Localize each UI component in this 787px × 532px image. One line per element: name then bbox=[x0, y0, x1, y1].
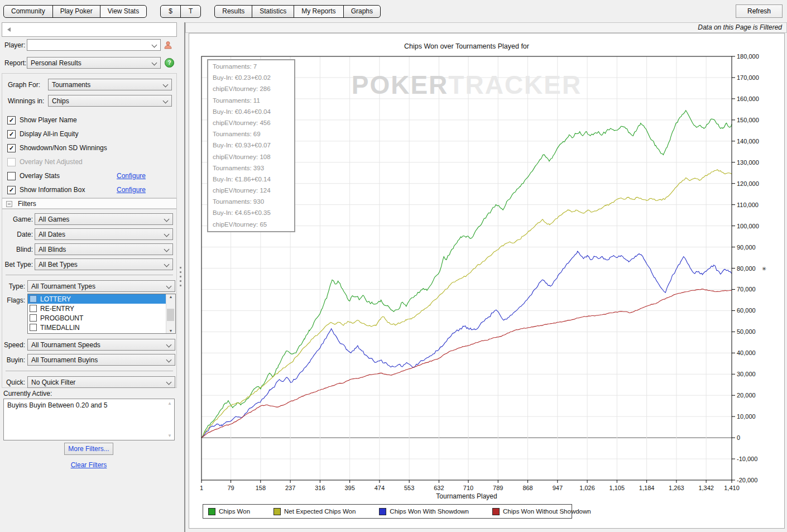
game-filter-combobox[interactable]: All Games bbox=[35, 213, 173, 225]
tab-button-graphs[interactable]: Graphs bbox=[343, 5, 381, 18]
svg-text:1,342: 1,342 bbox=[698, 485, 714, 491]
flags-scrollbar[interactable]: ▲ ▼ bbox=[166, 294, 175, 333]
scroll-down-icon[interactable]: ▼ bbox=[166, 329, 175, 333]
splitter-grip-icon[interactable] bbox=[180, 267, 181, 289]
graph-for-combobox[interactable]: Tournaments bbox=[48, 79, 172, 90]
legend-label: Chips Won Without Showdown bbox=[503, 508, 591, 515]
flag-checkbox[interactable] bbox=[30, 314, 37, 322]
svg-text:30,000: 30,000 bbox=[737, 371, 756, 377]
winnings-in-combobox[interactable]: Chips bbox=[48, 95, 172, 107]
quick-filter-value: No Quick Filter bbox=[31, 378, 75, 386]
svg-text:160,000: 160,000 bbox=[737, 95, 759, 102]
collapse-left-icon[interactable] bbox=[7, 27, 11, 32]
scrollbar-thumb[interactable] bbox=[167, 309, 174, 321]
flag-row-progbount[interactable]: PROGBOUNT bbox=[28, 313, 175, 323]
nav-button-community[interactable]: Community bbox=[3, 5, 53, 18]
currency-toggle-group: $T bbox=[160, 5, 201, 18]
flag-row-re-entry[interactable]: RE-ENTRY bbox=[28, 304, 175, 313]
player-combobox[interactable] bbox=[27, 39, 161, 51]
legend-label: Chips Won With Showdown bbox=[390, 508, 469, 515]
info-line: chipEV/tourney: 108 bbox=[213, 154, 294, 165]
configure-link[interactable]: Configure bbox=[117, 172, 146, 180]
flag-checkbox[interactable] bbox=[30, 305, 37, 312]
chevron-down-icon bbox=[163, 82, 169, 88]
checkbox-row-overlay-stats: Overlay StatsConfigure bbox=[7, 171, 172, 180]
svg-text:70,000: 70,000 bbox=[737, 286, 756, 293]
buyin-filter-combobox[interactable]: All Tournament Buyins bbox=[27, 354, 175, 366]
bet-type-filter-combobox[interactable]: All Bet Types bbox=[35, 258, 173, 270]
scroll-up-icon[interactable]: ▲ bbox=[166, 295, 175, 299]
info-line: chipEV/tourney: 124 bbox=[213, 187, 294, 198]
blind-filter-combobox[interactable]: All Blinds bbox=[35, 243, 173, 255]
svg-text:0: 0 bbox=[737, 434, 740, 441]
series-line-chips-won-without-showdown bbox=[201, 289, 732, 438]
date-filter-combobox[interactable]: All Dates bbox=[35, 228, 173, 240]
buyin-filter-value: All Tournament Buyins bbox=[31, 356, 98, 364]
tab-button-statistics[interactable]: Statistics bbox=[252, 5, 294, 18]
type-filter-combobox[interactable]: All Tournament Types bbox=[27, 280, 175, 292]
configure-link[interactable]: Configure bbox=[117, 186, 146, 194]
svg-text:110,000: 110,000 bbox=[737, 202, 759, 208]
toggle-button-[interactable]: $ bbox=[160, 5, 181, 18]
tab-button-results[interactable]: Results bbox=[214, 5, 252, 18]
speed-filter-combobox[interactable]: All Tournament Speeds bbox=[27, 339, 175, 351]
chevron-down-icon bbox=[152, 42, 157, 48]
sidebar-collapse-bar[interactable] bbox=[2, 22, 177, 37]
nav-button-play-poker[interactable]: Play Poker bbox=[52, 5, 100, 18]
clear-filters-link[interactable]: Clear Filters bbox=[71, 461, 107, 469]
toggle-button-t[interactable]: T bbox=[180, 5, 201, 18]
y-axis-labels: -20,000-10,000010,00020,00030,00040,0005… bbox=[732, 53, 759, 483]
checkbox-overlay-net-adjusted bbox=[7, 158, 16, 166]
checkbox-show-information-box[interactable]: ✓ bbox=[7, 186, 16, 194]
legend-item: Chips Won bbox=[208, 508, 250, 515]
svg-text:158: 158 bbox=[256, 485, 266, 491]
svg-text:79: 79 bbox=[227, 485, 234, 491]
flags-listbox[interactable]: LOTTERYRE-ENTRYPROGBOUNTTIMEDALLIN ▲ ▼ bbox=[27, 294, 176, 334]
svg-text:140,000: 140,000 bbox=[737, 138, 759, 145]
chevron-down-icon bbox=[164, 232, 170, 237]
date-filter-value: All Dates bbox=[39, 231, 65, 238]
svg-text:-10,000: -10,000 bbox=[737, 456, 757, 462]
checkbox-overlay-stats[interactable] bbox=[7, 172, 16, 180]
checkbox-showdown-non-sd-winnings[interactable]: ✓ bbox=[7, 144, 16, 152]
separator bbox=[6, 275, 173, 275]
collapse-minus-icon[interactable] bbox=[6, 201, 12, 207]
chevron-down-icon bbox=[166, 284, 172, 289]
speed-filter-value: All Tournament Speeds bbox=[31, 341, 100, 349]
quick-filter-combobox[interactable]: No Quick Filter bbox=[27, 376, 175, 388]
flag-checkbox[interactable] bbox=[30, 324, 37, 331]
report-value: Personal Results bbox=[31, 59, 81, 67]
svg-text:395: 395 bbox=[344, 485, 354, 491]
refresh-button[interactable]: Refresh bbox=[736, 4, 783, 18]
checkbox-row-showdown-non-sd-winnings: ✓Showdown/Non SD Winnings bbox=[7, 143, 172, 152]
y-marker-icon: ✳ bbox=[762, 266, 766, 272]
flag-row-timedallin[interactable]: TIMEDALLIN bbox=[28, 323, 175, 332]
info-line: Tournaments: 69 bbox=[213, 131, 294, 142]
help-icon[interactable]: ? bbox=[165, 58, 174, 68]
svg-text:150,000: 150,000 bbox=[737, 117, 759, 123]
chevron-down-icon bbox=[164, 247, 170, 252]
player-person-icon[interactable] bbox=[164, 41, 172, 51]
graph-options-group: Graph For: Tournaments Winnings in: Chip… bbox=[2, 73, 177, 198]
filters-header[interactable]: Filters bbox=[2, 198, 177, 209]
filters-panel: Game: All Games Date: All Dates Blind: A… bbox=[2, 208, 177, 388]
tab-button-my-reports[interactable]: My Reports bbox=[294, 5, 343, 18]
svg-text:40,000: 40,000 bbox=[737, 349, 756, 356]
checkbox-show-player-name[interactable]: ✓ bbox=[7, 116, 16, 124]
flag-checkbox[interactable] bbox=[30, 295, 37, 303]
flag-label: PROGBOUNT bbox=[40, 314, 83, 322]
pane-splitter[interactable] bbox=[177, 22, 185, 532]
report-combobox[interactable]: Personal Results bbox=[27, 57, 161, 69]
svg-text:20,000: 20,000 bbox=[737, 392, 756, 399]
svg-text:237: 237 bbox=[285, 485, 295, 491]
svg-text:1,263: 1,263 bbox=[669, 485, 684, 491]
more-filters-button[interactable]: More Filters... bbox=[64, 443, 113, 455]
game-filter-value: All Games bbox=[39, 215, 69, 223]
checkbox-display-all-in-equity[interactable]: ✓ bbox=[7, 130, 16, 138]
active-filters-box[interactable]: Buyins Buyin Between 0.20 and 5 ▲ ▼ bbox=[3, 399, 175, 440]
checkbox-label: Show Player Name bbox=[20, 116, 77, 124]
flag-row-lottery[interactable]: LOTTERY bbox=[28, 294, 175, 304]
flag-label: RE-ENTRY bbox=[40, 305, 74, 313]
nav-button-view-stats[interactable]: View Stats bbox=[100, 5, 147, 18]
report-tabs-group: ResultsStatisticsMy ReportsGraphs bbox=[214, 5, 381, 18]
